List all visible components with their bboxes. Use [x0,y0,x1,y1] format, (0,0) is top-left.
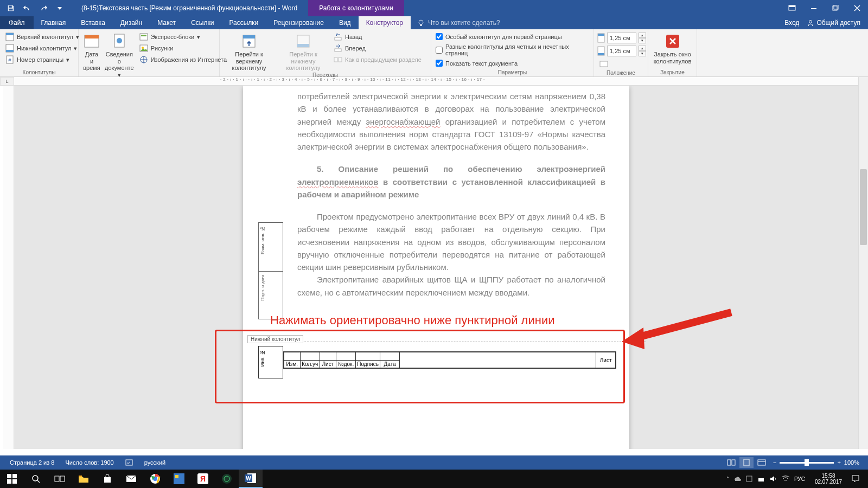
read-mode-icon[interactable] [724,457,738,468]
show-doc-text-checkbox[interactable]: Показать текст документа [435,59,590,67]
yandex-icon[interactable]: Я [191,470,215,488]
tab-view[interactable]: Вид [331,16,359,29]
start-button[interactable] [0,470,24,488]
header-from-top-spinner[interactable]: 1,25 см▴▾ [597,33,646,43]
tab-review[interactable]: Рецензирование [266,16,331,29]
insert-tab-button[interactable] [597,59,646,69]
page-body[interactable]: потребителей электрической энергии к эле… [243,86,629,299]
group-headers-footers: Верхний колонтитул ▾ Нижний колонтитул ▾… [0,29,79,76]
explorer-icon[interactable] [72,470,95,488]
store-icon[interactable] [95,470,119,488]
tab-design[interactable]: Дизайн [113,16,150,29]
undo-icon[interactable] [20,1,35,15]
web-layout-icon[interactable] [755,457,769,468]
ribbon-options-icon[interactable] [781,0,803,16]
svg-rect-36 [598,53,604,55]
different-first-page-checkbox[interactable]: Особый колонтитул для первой страницы [435,33,590,41]
save-icon[interactable] [3,1,18,15]
side-stamp-upper: Взам. инв. № Подп. и дата [258,222,283,319]
svg-rect-0 [9,6,12,8]
vertical-scrollbar[interactable] [858,77,868,449]
chrome-icon[interactable] [143,470,167,488]
share-button[interactable]: Общий доступ [807,19,860,27]
page-number-button[interactable]: #Номер страницы ▾ [3,54,81,65]
header-button[interactable]: Верхний колонтитул ▾ [3,31,81,42]
clock[interactable]: 15:58 02.07.2017 [810,473,846,485]
tab-references[interactable]: Ссылки [183,16,221,29]
svg-rect-13 [6,50,14,52]
tab-layout[interactable]: Макет [150,16,183,29]
annotation-arrow-icon [617,307,737,350]
minimize-icon[interactable] [803,0,825,16]
svg-rect-47 [7,479,11,484]
network-icon[interactable] [757,475,765,483]
zoom-control[interactable]: − + 100% [769,459,864,466]
date-time-button[interactable]: Дата и время [82,31,101,72]
goto-header-button[interactable]: Перейти к верхнему колонтитулу [223,31,275,72]
previous-button[interactable]: Назад [331,31,424,42]
tell-me-box[interactable]: Что вы хотите сделать? [411,16,507,29]
scrollbar-thumb[interactable] [860,169,867,245]
share-label: Общий доступ [816,19,860,27]
svg-rect-3 [789,5,795,7]
search-icon[interactable] [24,470,48,488]
svg-rect-52 [60,476,65,481]
language-icon[interactable]: РУС [794,476,805,482]
qat-dropdown-icon[interactable] [52,1,67,15]
wifi-icon[interactable] [781,476,790,482]
word-count[interactable]: Число слов: 1900 [60,459,119,466]
maximize-icon[interactable] [825,0,846,16]
word-icon[interactable]: W [239,470,263,488]
status-bar: Страница 2 из 8 Число слов: 1900 русский… [0,455,868,470]
tab-design-tools[interactable]: Конструктор [359,16,411,29]
odd-even-checkbox[interactable]: Разные колонтитулы для четных и нечетных… [435,43,590,57]
zoom-slider[interactable] [780,462,834,464]
zoom-value[interactable]: 100% [844,459,859,466]
pictures-button[interactable]: Рисунки [137,43,229,54]
online-pictures-button[interactable]: Изображения из Интернета [137,54,229,65]
next-button[interactable]: Вперед [331,43,424,54]
system-tray[interactable]: ˄ РУС [721,475,810,483]
svg-rect-31 [334,57,337,62]
document-area[interactable]: потребителей электрической энергии к эле… [14,86,858,449]
tab-mailings[interactable]: Рассылки [221,16,266,29]
tab-home[interactable]: Главная [34,16,74,29]
annotation-text: Нажимать ориентировачно ниже пунктирной … [270,313,618,328]
tab-insert[interactable]: Вставка [73,16,113,29]
action-center-icon[interactable] [846,470,865,488]
tray-chevron-icon[interactable]: ˄ [726,476,729,482]
svg-rect-40 [727,460,731,465]
app-icon-2[interactable] [215,470,239,488]
vertical-ruler[interactable] [3,86,14,449]
group-close: Закрыть окно колонтитулов Закрытие [648,29,697,76]
doc-info-button[interactable]: Сведения о документе ▾ [104,31,135,79]
svg-rect-43 [758,460,765,465]
context-tab-title: Работа с колонтитулами [308,0,404,16]
goto-footer-button: Перейти к нижнему колонтитулу [277,31,329,72]
footer-button[interactable]: Нижний колонтитул ▾ [3,43,81,54]
svg-rect-67 [758,478,764,481]
onedrive-icon[interactable] [733,475,741,483]
close-header-footer-button[interactable]: Закрыть окно колонтитулов [652,31,693,65]
app-icon-1[interactable] [167,470,191,488]
group-insert: Дата и время Сведения о документе ▾ Эксп… [79,29,220,76]
sign-in-link[interactable]: Вход [784,19,799,27]
mail-icon[interactable] [119,470,143,488]
quick-parts-button[interactable]: Экспресс-блоки ▾ [137,31,229,42]
zoom-in-icon[interactable]: + [837,459,840,466]
spellcheck-icon[interactable] [119,459,139,466]
volume-icon[interactable] [769,475,777,483]
task-view-icon[interactable] [48,470,72,488]
footer-from-bottom-spinner[interactable]: 1,25 см▴▾ [597,46,646,56]
bluetooth-icon[interactable] [745,475,753,483]
page-indicator[interactable]: Страница 2 из 8 [4,459,60,466]
horizontal-ruler[interactable]: · 2 · ı · 1 · ı · · ı · 1 · ı · 2 · ı · … [14,77,858,86]
print-layout-icon[interactable] [739,457,754,468]
tab-file[interactable]: Файл [0,16,34,29]
language-indicator[interactable]: русский [139,459,171,466]
redo-icon[interactable] [36,1,51,15]
zoom-out-icon[interactable]: − [773,459,776,466]
group-position: 1,25 см▴▾ 1,25 см▴▾ Положение [594,29,648,76]
ribbon-tabs: Файл Главная Вставка Дизайн Макет Ссылки… [0,16,868,29]
close-icon[interactable] [846,0,868,16]
